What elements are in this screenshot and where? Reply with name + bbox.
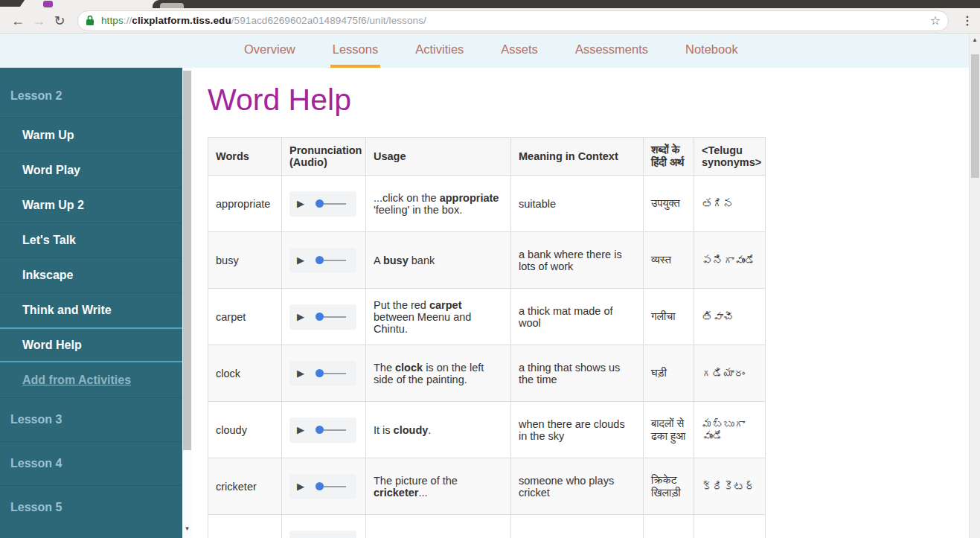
hindi-cell: बादलों से ढका हुआ: [644, 402, 694, 458]
table-row: carpet ▶ Put the red carpet between Meen…: [208, 289, 766, 345]
table-row: clock ▶ The clock is on the left side of…: [208, 345, 766, 402]
hindi-cell: घड़ी: [644, 345, 694, 402]
word-cell: cloudy: [208, 402, 282, 458]
audio-player[interactable]: ▶: [289, 531, 356, 538]
hindi-cell: व्यस्त: [644, 232, 694, 289]
address-bar[interactable]: https://clixplatform.tiss.edu/591acd6269…: [77, 10, 949, 31]
audio-seek-knob[interactable]: [316, 426, 324, 434]
hindi-cell: क्रिकेट खिलाड़ी: [644, 458, 694, 515]
hindi-cell: गलीचा: [644, 289, 694, 345]
play-icon[interactable]: ▶: [297, 481, 304, 492]
table-row-partial: ▶ a cap for throwing: [208, 515, 766, 538]
audio-seek-knob[interactable]: [316, 369, 324, 377]
page-scrollbar[interactable]: ▲: [969, 33, 980, 538]
word-cell: [208, 515, 282, 538]
hindi-cell: [644, 515, 694, 538]
forward-icon[interactable]: →: [28, 14, 49, 28]
tab-notebook[interactable]: Notebook: [683, 33, 740, 68]
browser-menu-icon[interactable]: ⋮: [958, 13, 977, 28]
sidebar-scroll-down-icon[interactable]: ▾: [182, 525, 192, 532]
meaning-cell: a cap for throwing: [511, 515, 644, 538]
audio-seek-track[interactable]: [324, 203, 346, 205]
telugu-cell: మబ్బుగా వుండే: [694, 402, 766, 458]
meaning-cell: suitable: [511, 176, 644, 232]
play-icon[interactable]: ▶: [297, 424, 304, 435]
word-help-table: Words Pronunciation (Audio) Usage Meanin…: [208, 137, 766, 538]
tab-assets[interactable]: Assets: [499, 33, 540, 68]
browser-tab[interactable]: [160, 3, 184, 8]
word-cell: appropriate: [208, 176, 282, 232]
audio-player[interactable]: ▶: [289, 304, 356, 330]
url-domain: clixplatform.tiss.edu: [132, 15, 231, 26]
meaning-cell: when there are clouds in the sky: [511, 402, 644, 458]
usage-cell: [366, 515, 511, 538]
sidebar-item-add-from-activities[interactable]: Add from Activities: [0, 362, 182, 397]
browser-toolbar: ← → ↻ https://clixplatform.tiss.edu/591a…: [0, 8, 980, 33]
page-scrollbar-thumb[interactable]: [971, 54, 979, 178]
audio-seek-knob[interactable]: [316, 313, 324, 321]
audio-seek-knob[interactable]: [316, 482, 324, 490]
sidebar-item-lesson-2[interactable]: Lesson 2: [0, 74, 182, 118]
audio-seek-track[interactable]: [324, 373, 346, 374]
window-top-strip: [0, 0, 980, 8]
sidebar-item-warm-up[interactable]: Warm Up: [0, 118, 182, 153]
audio-player[interactable]: ▶: [289, 361, 356, 386]
sidebar-item-lesson-5[interactable]: Lesson 5: [0, 485, 182, 529]
audio-seek-track[interactable]: [324, 316, 346, 318]
tab-overview[interactable]: Overview: [242, 33, 298, 68]
play-icon[interactable]: ▶: [297, 311, 304, 322]
audio-seek-track[interactable]: [324, 429, 346, 431]
audio-seek-track[interactable]: [324, 486, 346, 487]
audio-player[interactable]: ▶: [289, 417, 356, 443]
sidebar-item-inkscape[interactable]: Inkscape: [0, 257, 182, 292]
tab-assessments[interactable]: Assessments: [573, 33, 650, 68]
page-scroll-up-icon[interactable]: ▲: [970, 36, 980, 43]
audio-seek-knob[interactable]: [316, 199, 324, 208]
sidebar-item-warm-up-2[interactable]: Warm Up 2: [0, 188, 182, 222]
sidebar-item-think-and-write[interactable]: Think and Write: [0, 292, 182, 327]
hindi-cell: उपयुक्त: [644, 176, 694, 232]
table-header-row: Words Pronunciation (Audio) Usage Meanin…: [208, 138, 766, 176]
col-header-telugu: <Telugu synonyms>: [694, 138, 766, 176]
reload-icon[interactable]: ↻: [49, 14, 70, 28]
url-separator: ://: [124, 15, 132, 26]
audio-seek-track[interactable]: [324, 260, 346, 261]
usage-cell: ...click on the appropriate 'feeling' in…: [366, 176, 511, 232]
telugu-cell: తివాచీ: [694, 289, 766, 345]
telugu-cell: క్రికెటర్: [694, 458, 766, 515]
meaning-cell: a thing that shows us the time: [511, 345, 644, 402]
sidebar-scrollbar[interactable]: ▾: [182, 68, 192, 538]
sidebar-item-word-play[interactable]: Word Play: [0, 153, 182, 188]
audio-player[interactable]: ▶: [289, 191, 356, 217]
audio-player[interactable]: ▶: [289, 474, 356, 499]
word-cell: clock: [208, 345, 282, 402]
tab-lessons[interactable]: Lessons: [330, 33, 380, 68]
sidebar-item-lets-talk[interactable]: Let's Talk: [0, 222, 182, 257]
play-icon[interactable]: ▶: [297, 368, 304, 379]
bookmark-star-icon[interactable]: ☆: [930, 13, 941, 28]
usage-cell: Put the red carpet between Meenu and Chi…: [366, 289, 511, 345]
browser-tab-strip: [153, 0, 980, 8]
meaning-cell: a bank where there is lots of work: [511, 232, 644, 289]
background-window-corner: [0, 0, 25, 7]
audio-seek-knob[interactable]: [316, 256, 324, 264]
back-icon[interactable]: ←: [7, 14, 28, 28]
table-row: appropriate ▶ ...click on the appropriat…: [208, 176, 766, 232]
course-tabbar: Overview Lessons Activities Assets Asses…: [0, 33, 969, 68]
table-row: busy ▶ A busy bank a bank where there is…: [208, 232, 766, 289]
usage-cell: The clock is on the left side of the pai…: [366, 345, 511, 402]
sidebar-item-lesson-4[interactable]: Lesson 4: [0, 441, 182, 485]
play-icon[interactable]: ▶: [297, 254, 304, 266]
sidebar-item-lesson-3[interactable]: Lesson 3: [0, 397, 182, 441]
url-scheme: https: [101, 15, 124, 26]
play-icon[interactable]: ▶: [297, 198, 304, 209]
tab-activities[interactable]: Activities: [413, 33, 466, 68]
sidebar-scrollbar-thumb[interactable]: [183, 71, 191, 450]
word-cell: carpet: [208, 289, 282, 345]
padlock-icon: [86, 15, 95, 26]
telugu-cell: తగిన: [694, 176, 766, 232]
audio-player[interactable]: ▶: [289, 248, 356, 273]
sidebar-item-word-help[interactable]: Word Help: [0, 327, 182, 362]
lesson-content: Word Help Words Pronunciation (Audio) Us…: [192, 68, 969, 538]
telugu-cell: గడియారం: [694, 345, 766, 402]
